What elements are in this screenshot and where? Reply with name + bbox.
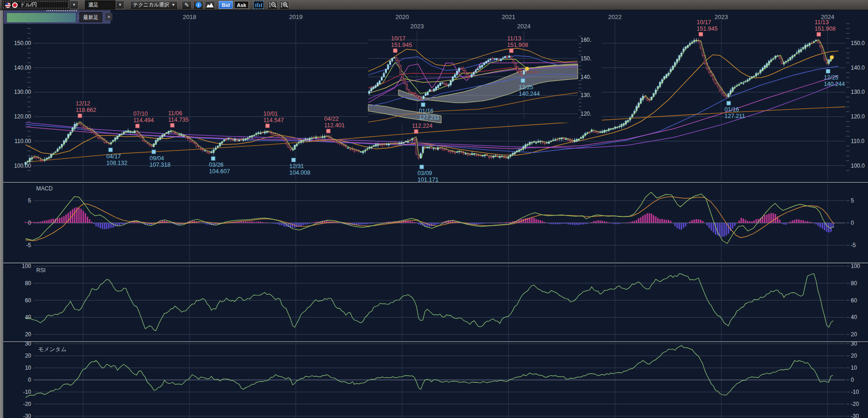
swing-marker	[152, 150, 156, 154]
svg-text:100: 100	[851, 263, 860, 269]
latest-bar-tab[interactable]: 最新足	[79, 12, 102, 22]
svg-text:151.945: 151.945	[391, 42, 412, 48]
svg-text:-30: -30	[851, 413, 859, 418]
svg-text:107.318: 107.318	[150, 162, 170, 168]
svg-text:100.00: 100.00	[14, 163, 31, 169]
pair-dropdown-button[interactable]: ▼	[70, 0, 78, 9]
svg-text:120.00: 120.00	[14, 113, 31, 120]
swing-marker	[521, 79, 525, 83]
latest-price-dot	[525, 67, 529, 71]
left-scroll-gutter[interactable]	[0, 10, 3, 418]
svg-text:120.0: 120.0	[851, 113, 865, 120]
drag-dots-icon[interactable]	[46, 10, 77, 11]
swing-marker	[78, 114, 82, 118]
swing-marker	[727, 101, 731, 105]
swing-marker	[393, 49, 397, 52]
svg-text:112.224: 112.224	[412, 123, 432, 129]
info-button[interactable]: i	[193, 1, 203, 9]
swing-marker	[826, 69, 830, 73]
svg-text:151.945: 151.945	[697, 26, 718, 32]
swing-marker	[109, 148, 112, 152]
candle-display-button[interactable]	[254, 1, 264, 9]
svg-text:114.735: 114.735	[168, 117, 189, 123]
zoom-in-icon	[281, 2, 288, 8]
svg-text:0: 0	[851, 377, 854, 383]
svg-text:12/25: 12/25	[824, 74, 838, 81]
svg-text:-5: -5	[851, 242, 856, 248]
indicator-tab-strip: 最新足 ×	[4, 10, 111, 24]
interval-dropdown-button[interactable]: ▼	[116, 0, 124, 9]
svg-text:2019: 2019	[289, 13, 303, 20]
svg-text:12/31: 12/31	[289, 163, 304, 170]
svg-text:2021: 2021	[502, 13, 516, 20]
pair-selector[interactable]: ドル/円 ▼	[2, 1, 78, 9]
swing-marker	[292, 158, 295, 162]
svg-text:140.244: 140.244	[519, 91, 540, 97]
svg-text:114.547: 114.547	[263, 117, 284, 124]
interval-selector[interactable]: 週足 ▼	[85, 1, 124, 9]
toolbar: ドル/円 ▼ 週足 ▼ テクニカル選択 ▼ ✎ i Bid Ask	[0, 0, 868, 10]
svg-text:140.: 140.	[581, 74, 591, 80]
close-icon[interactable]: ×	[105, 13, 112, 20]
svg-text:150.: 150.	[581, 55, 591, 62]
svg-text:30: 30	[851, 340, 857, 347]
swing-marker	[420, 165, 424, 169]
chevron-down-icon: ▼	[171, 3, 175, 7]
svg-text:150.00: 150.00	[14, 40, 31, 46]
svg-text:12/12: 12/12	[76, 100, 90, 107]
svg-text:104.607: 104.607	[209, 168, 230, 175]
svg-text:11/06: 11/06	[168, 110, 182, 117]
svg-text:40: 40	[851, 314, 857, 320]
svg-text:151.908: 151.908	[507, 42, 528, 48]
info-icon: i	[196, 2, 202, 8]
svg-text:2020: 2020	[396, 13, 409, 20]
swing-marker	[326, 129, 330, 133]
svg-text:120.: 120.	[581, 111, 591, 117]
swing-marker	[699, 33, 703, 36]
chart-application: ドル/円 ▼ 週足 ▼ テクニカル選択 ▼ ✎ i Bid Ask	[0, 0, 868, 418]
pair-label: ドル/円	[20, 1, 37, 8]
inset-window[interactable]: 20232024160.150.140.130.120.10/17151.945…	[368, 21, 602, 123]
swing-marker	[266, 124, 269, 128]
zoom-in-button[interactable]	[279, 1, 289, 9]
swing-marker	[421, 103, 425, 106]
us-flag-icon	[5, 2, 11, 8]
technical-select-button[interactable]: テクニカル選択 ▼	[130, 1, 178, 9]
svg-text:110.00: 110.00	[14, 138, 31, 144]
svg-text:2024: 2024	[517, 23, 531, 30]
bid-button[interactable]: Bid	[219, 1, 233, 9]
svg-text:104.008: 104.008	[289, 170, 310, 176]
svg-text:114.494: 114.494	[133, 117, 154, 124]
draw-tool-button[interactable]: ✎	[182, 1, 192, 9]
svg-text:112.401: 112.401	[324, 122, 345, 129]
swing-marker	[509, 49, 513, 52]
svg-text:20: 20	[851, 331, 857, 338]
svg-text:2023: 2023	[715, 13, 728, 20]
zoom-out-icon	[269, 2, 277, 8]
svg-text:-20: -20	[851, 401, 859, 407]
svg-text:140.00: 140.00	[14, 65, 31, 71]
svg-text:03/09: 03/09	[418, 170, 432, 176]
svg-text:5: 5	[851, 197, 854, 204]
interval-combo[interactable]: 週足	[85, 0, 116, 9]
svg-text:2023: 2023	[411, 23, 424, 30]
svg-text:03/26: 03/26	[209, 162, 223, 168]
swing-marker	[170, 124, 174, 127]
area-chart-button[interactable]	[205, 1, 215, 9]
pencil-icon: ✎	[184, 2, 189, 8]
rsi-title: RSI	[36, 267, 46, 274]
svg-text:11/13: 11/13	[507, 35, 521, 42]
ask-button[interactable]: Ask	[234, 1, 249, 9]
latest-bar-gradient[interactable]	[7, 13, 76, 23]
chart-canvas[interactable]: 150.00150.0140.00140.0130.00130.0120.001…	[0, 0, 868, 418]
zoom-out-button[interactable]	[268, 1, 278, 9]
svg-text:140.244: 140.244	[824, 81, 845, 87]
jp-flag-icon	[12, 2, 18, 8]
svg-text:10: 10	[851, 365, 857, 371]
svg-text:10/01: 10/01	[263, 111, 278, 117]
svg-text:11/13: 11/13	[815, 19, 829, 26]
svg-text:60: 60	[851, 297, 857, 304]
svg-text:130.00: 130.00	[14, 89, 31, 95]
pair-combo[interactable]: ドル/円	[2, 0, 70, 9]
interval-label: 週足	[88, 1, 98, 8]
